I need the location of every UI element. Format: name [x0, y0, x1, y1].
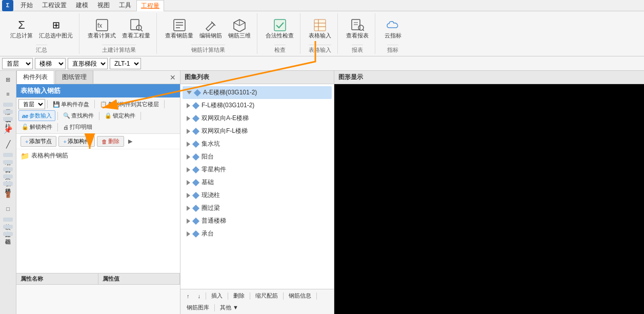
figure-icon [194, 89, 201, 96]
sep2 [94, 100, 95, 108]
menu-start[interactable]: 开始 [16, 0, 37, 11]
sidebar-item-foundation[interactable]: 基础 [3, 232, 13, 236]
figure-icon [192, 179, 199, 186]
list-item[interactable]: 现浇柱 [183, 189, 332, 202]
svg-line-5 [141, 30, 143, 31]
rebar-info-btn[interactable]: 钢筋信息 [286, 291, 314, 301]
sidebar-item-earth[interactable]: 土方 [3, 225, 13, 229]
sidebar-item-slab[interactable]: 板 [3, 174, 13, 179]
view-calc-button[interactable]: fx 查看计算式 [86, 17, 118, 40]
calc-select-button[interactable]: ⊞ 汇总选中图元 [37, 17, 75, 40]
toolbar-ribbon: Σ 汇总计算 ⊞ 汇总选中图元 汇总 fx 查看计算式 查看工程量 [0, 11, 644, 56]
svg-rect-16 [314, 19, 326, 31]
sep5 [316, 292, 317, 300]
view-quantity-button[interactable]: 查看工程量 [120, 17, 152, 40]
lock-member-label: 锁定构件 [113, 112, 135, 120]
table-input-button[interactable]: 表格输入 [307, 17, 333, 40]
tree-root-label: 表格构件钢筋 [31, 151, 68, 160]
unlock-member-btn[interactable]: 🔓 解锁构件 [18, 122, 55, 132]
print-detail-btn[interactable]: 🖨 打印明细 [60, 122, 95, 132]
group-report-label: 报表 [352, 45, 363, 54]
props-col-name: 属性名称 [16, 273, 98, 284]
sidebar-icon-rect[interactable]: □ [1, 202, 15, 215]
expand-icon [187, 142, 190, 147]
scale-rebar-btn[interactable]: 缩尺配筋 [252, 291, 281, 301]
rebar-library-btn[interactable]: 钢筋图库 [184, 303, 212, 312]
param-input-btn[interactable]: ae 参数输入 [18, 110, 55, 121]
sidebar-item-axis[interactable]: 轴线 [3, 110, 13, 114]
sidebar-item-common[interactable]: 常用 [3, 103, 13, 107]
sidebar-item-decor[interactable]: 装饰 [3, 218, 13, 222]
calc-all-button[interactable]: Σ 汇总计算 [8, 17, 35, 40]
save-member-btn[interactable]: 💾 单构件存盘 [50, 100, 92, 109]
cloud-index-button[interactable]: 云指标 [383, 17, 404, 40]
svg-line-13 [234, 23, 239, 26]
down-btn[interactable]: ↓ [195, 292, 204, 300]
sidebar-icon-list[interactable]: ≡ [1, 87, 15, 101]
sidebar-item-door[interactable]: 门窗 [3, 160, 13, 164]
copy-member-btn[interactable]: 📋 复制构件到其它楼层 [97, 100, 162, 109]
list-item[interactable]: A-E楼梯(03G101-2) [183, 86, 332, 99]
calc-all-label: 汇总计算 [10, 32, 33, 39]
name-select[interactable]: ZLT-1 ZLT-2 [110, 58, 141, 69]
add-node-btn[interactable]: + 添加节点 [21, 136, 56, 147]
figure-icon [192, 230, 199, 237]
middle-panel: 图集列表 A-E楼梯(03G101-2) F-L楼梯(03G101-2) 双网双… [180, 71, 334, 314]
find-member-btn[interactable]: 🔍 查找构件 [60, 111, 97, 121]
group-summary: Σ 汇总计算 ⊞ 汇总选中图元 汇总 [4, 13, 79, 54]
tree-more-btn[interactable]: ▶ [126, 137, 134, 146]
type-select[interactable]: 楼梯 柱 梁 [35, 58, 66, 69]
sidebar-icon-grid[interactable]: ⊞ [1, 73, 15, 86]
menu-tools[interactable]: 工具 [115, 0, 135, 11]
sidebar-icon-line[interactable]: ╱ [1, 138, 15, 151]
figure-item-label: F-L楼梯(03G101-2) [202, 101, 254, 110]
menu-view[interactable]: 视图 [93, 0, 114, 11]
list-item[interactable]: 普通楼梯 [183, 214, 332, 227]
view-report-button[interactable]: 查看报表 [344, 17, 371, 40]
edit-rebar-button[interactable]: 编辑钢筋 [197, 17, 224, 40]
list-item[interactable]: 集水坑 [183, 138, 332, 150]
figure-bottom-toolbar: ↑ ↓ 插入 删除 缩尺配筋 钢筋信息 钢筋图库 其他 ▼ [180, 289, 334, 314]
sidebar-item-column[interactable]: 柱 [3, 117, 13, 121]
tree-root-item[interactable]: 📁 表格构件钢筋 [16, 149, 180, 162]
sidebar-icon-pin[interactable]: 📌 [1, 123, 15, 136]
list-item[interactable]: 零星构件 [183, 163, 332, 176]
tab-drawing[interactable]: 图纸管理 [55, 70, 93, 84]
sep1 [47, 100, 48, 108]
add-member-btn[interactable]: + 添加构件 [58, 136, 94, 147]
list-item[interactable]: 承台 [183, 227, 332, 240]
display-canvas [334, 84, 644, 314]
menu-project-settings[interactable]: 工程设置 [38, 0, 71, 11]
sidebar-item-beam[interactable]: 梁 [3, 167, 13, 171]
tab-member-list[interactable]: 构件列表 [16, 70, 54, 84]
sidebar-icon-door2[interactable]: 🚪 [1, 188, 15, 201]
floor-select[interactable]: 首层 二层 [2, 58, 33, 69]
delete-btn[interactable]: 🗑 删除 [97, 136, 124, 147]
up-btn[interactable]: ↑ [184, 292, 193, 300]
panel-floor-select[interactable]: 首层 二层 [18, 99, 45, 109]
insert-btn[interactable]: 插入 [208, 291, 226, 301]
legal-check-button[interactable]: 合法性检查 [264, 17, 296, 40]
menu-build[interactable]: 建模 [72, 0, 92, 11]
menu-quantity[interactable]: 工程量 [136, 0, 164, 11]
expand-icon [187, 91, 192, 94]
rebar-3d-button[interactable]: 钢筋三维 [226, 17, 253, 40]
others-btn[interactable]: 其他 ▼ [217, 303, 242, 312]
list-item[interactable]: 基础 [183, 176, 332, 189]
panel-close-btn[interactable]: ✕ [168, 73, 178, 82]
list-item[interactable]: F-L楼梯(03G101-2) [183, 99, 332, 112]
list-item[interactable]: 双网双向F-L楼梯 [183, 125, 332, 138]
add-member-label: 添加构件 [68, 138, 90, 145]
view-rebar-button[interactable]: 查看钢筋量 [163, 17, 195, 40]
list-item[interactable]: 圈过梁 [183, 202, 332, 214]
sidebar-item-stair[interactable]: 楼梯 [3, 182, 13, 186]
display-header: 图形显示 [334, 71, 644, 84]
view-report-label: 查看报表 [346, 32, 369, 39]
lock-member-btn[interactable]: 🔒 锁定构件 [102, 111, 138, 121]
list-item[interactable]: 双网双向A-E楼梯 [183, 112, 332, 125]
sidebar-item-wall[interactable]: 墙 [3, 153, 13, 157]
list-item[interactable]: 阳台 [183, 150, 332, 163]
panel-tabs: 构件列表 图纸管理 ✕ [16, 71, 180, 84]
subtype-select[interactable]: 直形梯段 弧形梯段 [68, 58, 108, 69]
delete-fig-btn[interactable]: 删除 [230, 291, 248, 301]
